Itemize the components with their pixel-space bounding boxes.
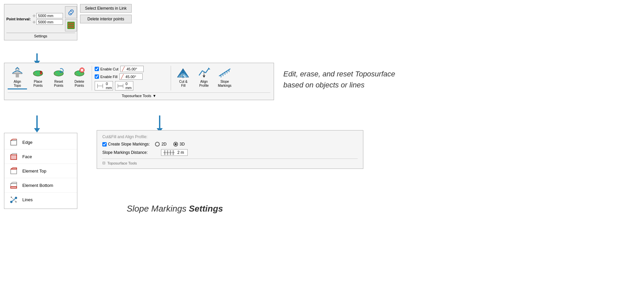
toolbar-footer-label: Toposurface Tools <box>122 94 151 98</box>
slope-markings-plain: Slope Markings <box>127 204 189 214</box>
point-interval-input-1[interactable] <box>36 13 63 18</box>
dialog-footer-icon: ⊡ <box>102 161 105 165</box>
tool-slope-markings[interactable]: SlopeMarkings <box>215 66 234 89</box>
description-line2: based on objects or lines <box>283 79 395 90</box>
dimension-radio-group: 2D 3D <box>155 142 185 147</box>
right-tools: Cut &Fill AlignProfile <box>174 66 234 89</box>
tool-align-profile[interactable]: AlignProfile <box>194 66 214 89</box>
enable-fill-checkbox[interactable]: Enable Fill <box>95 74 117 79</box>
svg-point-5 <box>70 25 72 26</box>
enable-cut-checkbox[interactable]: Enable Cut <box>95 67 118 71</box>
distance-ruler-icon: ╫╫╫╫ <box>163 150 175 155</box>
menu-lines-label: Lines <box>22 197 33 202</box>
svg-point-2 <box>70 23 72 24</box>
place-points-icon <box>31 66 45 79</box>
dialog-footer: ⊡ Toposurface Tools <box>102 159 358 165</box>
tool-align-topo-label: AlignTopo <box>14 80 21 88</box>
description-line1: Edit, erase, and reset Toposurface <box>283 68 395 79</box>
svg-rect-42 <box>11 140 17 145</box>
svg-point-9 <box>72 27 74 28</box>
menu-item-edge[interactable]: Edge <box>4 135 77 150</box>
slope-markings-label: Create Slope Markings: <box>108 142 150 147</box>
menu-face-label: Face <box>22 154 32 159</box>
svg-point-4 <box>68 25 70 26</box>
distance-label: Slope Markings Distance: <box>102 150 156 155</box>
tool-delete-points-label: DeletePoints <box>75 80 84 88</box>
radio-3d[interactable]: 3D <box>173 142 185 147</box>
tool-place-points[interactable]: PlacePoints <box>28 66 48 89</box>
svg-marker-35 <box>208 67 210 69</box>
svg-point-8 <box>70 27 72 28</box>
menu-item-element-top[interactable]: Element Top <box>4 164 77 178</box>
svg-point-16 <box>37 73 39 75</box>
toolbar-divider-2 <box>171 66 171 90</box>
svg-point-21 <box>56 71 58 73</box>
radio-2d-label: 2D <box>161 142 166 147</box>
tool-reset-points[interactable]: ResetPoints <box>49 66 68 89</box>
offset-input-2[interactable]: ╞═╡ 0 mm <box>115 81 133 90</box>
element-top-icon <box>9 166 18 176</box>
svg-point-14 <box>35 71 37 73</box>
dialog-title: Cut&Fill and Align Profile: <box>102 134 358 139</box>
slope-markings-bold: Settings <box>189 204 223 214</box>
menu-element-top-label: Element Top <box>22 169 46 174</box>
delete-interior-points-btn[interactable]: Delete interior points <box>80 15 132 23</box>
svg-marker-36 <box>203 75 205 78</box>
tool-place-points-label: PlacePoints <box>33 80 43 88</box>
menu-item-lines[interactable]: Lines <box>4 193 77 207</box>
tool-reset-points-label: ResetPoints <box>54 80 63 88</box>
settings-panel: Point Interval: ✣ ✣ <box>4 4 77 40</box>
menu-item-element-bottom[interactable]: Element Bottom <box>4 178 77 193</box>
radio-3d-label: 3D <box>180 142 185 147</box>
element-bottom-icon <box>9 181 18 190</box>
tool-delete-points[interactable]: DeletePoints <box>70 66 89 89</box>
cutfill-dialog: Cut&Fill and Align Profile: Create Slope… <box>97 130 363 169</box>
slope-markings-icon <box>218 66 231 79</box>
action-buttons: Select Elements in Link Delete interior … <box>80 4 132 23</box>
point-interval-input-2[interactable] <box>36 19 63 25</box>
dialog-footer-label: Toposurface Tools <box>107 161 137 165</box>
toolbar-footer: Toposurface Tools ▼ <box>8 92 270 98</box>
svg-point-1 <box>68 23 70 24</box>
menu-edge-label: Edge <box>22 140 32 145</box>
menu-item-face[interactable]: Face <box>4 150 77 164</box>
svg-point-6 <box>72 25 74 26</box>
create-slope-markings-checkbox[interactable]: Create Slope Markings: <box>102 142 150 147</box>
svg-rect-10 <box>12 73 22 74</box>
settings-footer-label: Settings <box>6 33 75 38</box>
svg-point-26 <box>77 71 79 73</box>
face-icon <box>9 152 18 161</box>
svg-rect-45 <box>11 155 17 160</box>
delete-points-icon <box>73 66 86 79</box>
link-icon-btn[interactable] <box>65 6 77 18</box>
svg-point-17 <box>40 73 42 74</box>
distance-row: Slope Markings Distance: ╫╫╫╫ 2 m <box>102 149 358 156</box>
slope-markings-row: Create Slope Markings: 2D 3D <box>102 142 358 147</box>
distance-input[interactable]: ╫╫╫╫ 2 m <box>161 149 188 156</box>
fill-angle-input[interactable]: ╱ 45.00° <box>119 73 143 80</box>
edge-icon <box>9 137 18 147</box>
cut-fill-settings: Enable Cut ╱ 45.00° Enable Fill ╱ 45.00° <box>95 66 168 90</box>
tool-cut-fill[interactable]: Cut &Fill <box>174 66 193 89</box>
reset-points-icon <box>52 66 65 79</box>
cut-angle-input[interactable]: ╱ 45.00° <box>120 66 144 72</box>
tool-align-topo[interactable]: AlignTopo <box>8 66 27 89</box>
tool-align-profile-label: AlignProfile <box>199 80 209 88</box>
distance-value: 2 m <box>177 150 184 155</box>
grid-icon-btn[interactable] <box>65 19 77 31</box>
dropdown-menu: Edge Face Element Top Elem <box>4 133 77 209</box>
svg-point-28 <box>78 73 80 75</box>
align-topo-icon <box>11 66 24 79</box>
select-elements-btn[interactable]: Select Elements in Link <box>80 4 132 13</box>
offset-input-1[interactable]: ├─┤ 0 mm <box>95 81 113 90</box>
radio-2d-circle <box>155 142 160 147</box>
svg-rect-46 <box>11 187 17 188</box>
tool-cut-fill-label: Cut &Fill <box>179 80 187 88</box>
description-text: Edit, erase, and reset Toposurface based… <box>283 68 395 90</box>
arrow-toolbar-to-dropdown <box>34 115 40 132</box>
lines-icon <box>9 195 18 204</box>
radio-2d[interactable]: 2D <box>155 142 166 147</box>
toolbar-footer-arrow: ▼ <box>153 94 156 98</box>
svg-point-3 <box>72 23 74 24</box>
svg-point-7 <box>68 27 70 28</box>
